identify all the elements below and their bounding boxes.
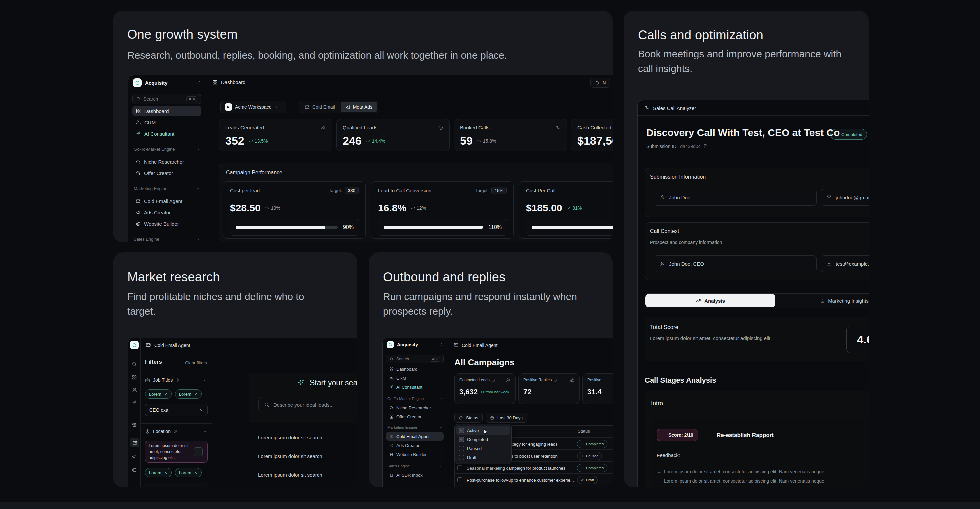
search-result-item[interactable]: Lorem ipsum dolor sit search: [258, 472, 322, 478]
chevron-up-down-icon[interactable]: [439, 343, 443, 346]
tab-marketing-insights[interactable]: Marketing Insights: [808, 294, 869, 307]
workspace-switcher[interactable]: A. Acme Workspace: [220, 101, 286, 113]
clear-filters-button[interactable]: Clear filters: [175, 360, 207, 365]
checkbox-unchecked[interactable]: [459, 455, 464, 460]
dropdown-option-draft[interactable]: Draft: [457, 453, 510, 462]
stat-delta: 13.5%: [255, 139, 268, 144]
campaign-row-text[interactable]: Post-purchase follow-up to enhance custo…: [467, 478, 574, 483]
x-icon[interactable]: [199, 408, 203, 412]
sidebar-item-cold-email-agent[interactable]: Cold Email Agent: [132, 196, 201, 206]
sidebar-item-crm[interactable]: CRM: [386, 373, 444, 382]
sidebar-item-niche-researcher[interactable]: Niche Researcher: [132, 157, 201, 167]
sidebar-item-ads-creator[interactable]: Ads Creator: [132, 207, 201, 217]
sidebar-item-label: Ads Creator: [396, 443, 419, 448]
sidebar-item-dashboard[interactable]: Dashboard: [132, 106, 201, 116]
sidebar-item-ai-consultant[interactable]: AI Consultant: [386, 383, 444, 391]
stat-value: 59: [460, 134, 473, 147]
rail-website-icon[interactable]: [132, 467, 137, 473]
acquisity-logo-icon[interactable]: [130, 341, 138, 349]
globe-icon: [136, 222, 141, 227]
filter-chip[interactable]: Lorem: [145, 468, 172, 477]
sidebar-item-cold-email-agent[interactable]: Cold Email Agent: [386, 432, 444, 440]
rail-ai-icon[interactable]: [132, 400, 137, 405]
campaign-row-text[interactable]: es to boost user retention: [509, 454, 558, 459]
rail-offer-icon[interactable]: [132, 422, 137, 427]
name-field[interactable]: John Doe: [654, 189, 817, 206]
status-badge-completed: Completed: [577, 440, 607, 448]
x-icon[interactable]: [164, 392, 168, 396]
card-calls-optimization: Calls and optimization Book meetings and…: [624, 11, 869, 487]
landing-page: { "cards": { "growth": {"title": "One gr…: [0, 0, 980, 509]
filter-chip[interactable]: Lorem: [175, 389, 202, 399]
status-filter-button[interactable]: Status: [454, 413, 483, 423]
option-label: Active: [467, 428, 479, 433]
prospect-email-field[interactable]: test@example.com: [821, 255, 869, 272]
sidebar-item-label: CRM: [396, 376, 406, 381]
ideal-leads-search-input[interactable]: Describe your ideal leads...: [258, 397, 357, 412]
checkbox-checked[interactable]: [459, 437, 464, 442]
sidebar-item-crm[interactable]: CRM: [132, 117, 201, 128]
page-header: Dashboard: [212, 80, 245, 85]
card-subtitle: Research, outbound, replies, booking, an…: [127, 48, 567, 63]
rail-ads-icon[interactable]: [132, 454, 137, 459]
rail-mail-active[interactable]: [130, 438, 139, 447]
sidebar-section-marketing[interactable]: Marketing Engine: [387, 425, 443, 429]
sidebar-item-ads-creator[interactable]: Ads Creator: [386, 441, 444, 450]
search-result-item[interactable]: Lorem ipsum dolor sit search: [258, 453, 322, 459]
chevron-up-down-icon[interactable]: [197, 80, 202, 85]
checkbox-unchecked[interactable]: [459, 446, 464, 451]
location-input[interactable]: [145, 483, 208, 487]
tab-meta-ads[interactable]: Meta Ads: [340, 102, 377, 112]
notifications-button[interactable]: N: [590, 78, 610, 88]
dropdown-option-completed[interactable]: Completed: [457, 435, 510, 444]
stat-value: 246: [343, 134, 362, 147]
date-range-button[interactable]: Last 30 Days: [486, 413, 527, 423]
search-input[interactable]: Search ⌘ K: [132, 94, 201, 104]
prospect-field[interactable]: John Doe, CEO: [654, 255, 817, 272]
location-selected-value[interactable]: Lorem ipsum dolor sit amet, consectetur …: [145, 440, 208, 463]
sidebar-item-dashboard[interactable]: Dashboard: [386, 365, 444, 373]
email-field[interactable]: johndoe@gmail.com: [821, 189, 869, 206]
search-result-item[interactable]: Lorem ipsum dolor sit search: [258, 435, 322, 440]
campaign-row-text[interactable]: Seasonal marketing campaign for product …: [467, 466, 565, 471]
x-icon: [197, 450, 200, 454]
sidebar-item-website-builder[interactable]: Website Builder: [132, 219, 201, 229]
job-title-input[interactable]: CEO exa: [145, 404, 208, 416]
sidebar-section-sales[interactable]: Sales Engine: [134, 237, 200, 242]
stat-value: 72: [523, 388, 531, 396]
remove-location-button[interactable]: [194, 447, 203, 456]
filter-job-titles[interactable]: Job Titles: [145, 377, 207, 383]
text-caret: [169, 407, 170, 413]
checkbox-checked[interactable]: [459, 428, 464, 433]
campaign-row-text[interactable]: rategy for engaging leads: [509, 442, 558, 447]
sidebar-item-offer-creator[interactable]: Offer Creator: [386, 412, 444, 421]
filter-chip[interactable]: Lorem: [145, 389, 172, 399]
bell-icon: [595, 80, 600, 85]
row-checkbox[interactable]: [457, 477, 462, 482]
sidebar-item-ai-consultant[interactable]: AI Consultant: [132, 129, 201, 139]
rail-search-icon[interactable]: [132, 361, 137, 367]
sidebar-section-gtm[interactable]: Go-To-Market Engine: [134, 147, 200, 152]
dropdown-option-paused[interactable]: Paused: [457, 444, 510, 453]
copy-icon[interactable]: [703, 144, 708, 149]
x-icon[interactable]: [194, 392, 198, 396]
search-input[interactable]: Search ⌘ K: [386, 354, 444, 363]
rail-dashboard-icon[interactable]: [132, 375, 137, 380]
sidebar-item-ai-sdr-inbox[interactable]: AI SDR Inbox: [386, 471, 444, 479]
rail-crm-icon[interactable]: [132, 387, 137, 393]
sidebar-section-sales[interactable]: Sales Engine: [387, 464, 443, 468]
sidebar-item-niche-researcher[interactable]: Niche Researcher: [386, 403, 444, 412]
tab-analysis[interactable]: Analysis: [645, 294, 775, 307]
filter-chip[interactable]: Lorem: [175, 468, 202, 477]
call-title: Discovery Call With Test, CEO at Test Co: [646, 127, 840, 139]
row-checkbox[interactable]: [457, 465, 462, 470]
stage-name: Intro: [651, 400, 663, 407]
sidebar-item-offer-creator[interactable]: Offer Creator: [132, 168, 201, 178]
x-icon[interactable]: [164, 471, 168, 475]
sidebar-item-website-builder[interactable]: Website Builder: [386, 450, 444, 459]
sidebar-section-gtm[interactable]: Go-To-Market Engine: [387, 397, 443, 400]
tab-cold-email[interactable]: Cold Email: [300, 102, 339, 112]
filter-location[interactable]: Location: [145, 429, 207, 434]
sidebar-section-marketing[interactable]: Marketing Engine: [134, 186, 200, 191]
x-icon[interactable]: [194, 471, 198, 475]
